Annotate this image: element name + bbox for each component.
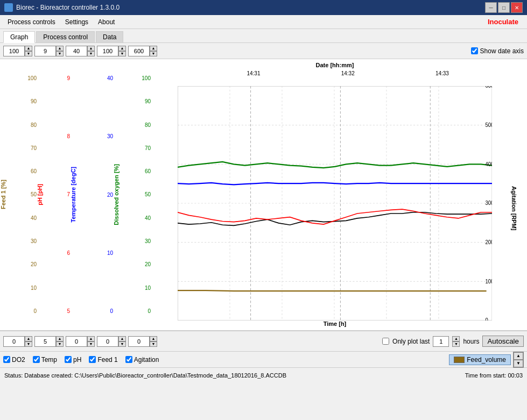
bottom-spinner-3-down[interactable]: ▼ bbox=[87, 341, 95, 347]
date-axis-header: Date [hh:mm] 14:31 14:32 14:33 bbox=[178, 59, 492, 86]
bottom-spinner-1-input[interactable] bbox=[3, 336, 25, 347]
bottom-spinner-2-arrows[interactable]: ▲ ▼ bbox=[56, 336, 64, 347]
bottom-spinner-1-up[interactable]: ▲ bbox=[25, 336, 32, 341]
spinner-5[interactable]: ▲ ▼ bbox=[128, 46, 157, 56]
bottom-spinner-4[interactable]: ▲ ▼ bbox=[97, 336, 126, 347]
show-date-axis-checkbox[interactable] bbox=[471, 47, 478, 54]
spinner-4-arrows[interactable]: ▲ ▼ bbox=[118, 46, 126, 56]
spinner-1-up[interactable]: ▲ bbox=[25, 46, 32, 51]
agitation-checkbox-group: Agitation bbox=[125, 356, 159, 364]
temp-checkbox-group: Temp bbox=[33, 356, 57, 364]
left-y-axes: Feed 1 [%] 1009080706050403020100 pH [pH… bbox=[0, 59, 178, 330]
bottom-spinner-3-arrows[interactable]: ▲ ▼ bbox=[87, 336, 95, 347]
tab-data[interactable]: Data bbox=[96, 31, 123, 42]
ph-checkbox[interactable] bbox=[65, 356, 72, 363]
temp-axis: Temperature [degC] 403020100 bbox=[70, 75, 113, 314]
bottom-spinner-4-input[interactable] bbox=[97, 336, 118, 347]
hours-spinner-down[interactable]: ▼ bbox=[452, 341, 460, 347]
spinner-4[interactable]: ▲ ▼ bbox=[97, 46, 126, 56]
feed-volume-label: Feed_volume bbox=[467, 356, 506, 364]
hours-spinner-arrows[interactable]: ▲ ▼ bbox=[452, 336, 460, 347]
bottom-spinner-2-input[interactable] bbox=[34, 336, 56, 347]
bottom-spinner-5-input[interactable] bbox=[128, 336, 150, 347]
minimize-button[interactable]: ─ bbox=[485, 2, 497, 13]
title-bar-controls[interactable]: ─ □ ✕ bbox=[485, 2, 523, 13]
menu-process-controls[interactable]: Process controls bbox=[3, 17, 60, 27]
hours-spinner-input[interactable] bbox=[433, 336, 449, 347]
svg-text:200: 200 bbox=[485, 239, 492, 245]
bottom-spinner-5-arrows[interactable]: ▲ ▼ bbox=[150, 336, 157, 347]
spinner-2-down[interactable]: ▼ bbox=[56, 51, 64, 56]
bottom-spinner-4-down[interactable]: ▼ bbox=[118, 341, 126, 347]
bottom-spinner-4-up[interactable]: ▲ bbox=[118, 336, 126, 341]
spinner-2-arrows[interactable]: ▲ ▼ bbox=[56, 46, 64, 56]
spinner-4-down[interactable]: ▼ bbox=[118, 51, 126, 56]
spinner-3-arrows[interactable]: ▲ ▼ bbox=[87, 46, 95, 56]
spinner-2[interactable]: ▲ ▼ bbox=[34, 46, 64, 56]
spinner-1-input[interactable] bbox=[3, 46, 25, 56]
close-button[interactable]: ✕ bbox=[511, 2, 523, 13]
date-axis-labels: 14:31 14:32 14:33 bbox=[178, 70, 492, 84]
agitation-checkbox[interactable] bbox=[125, 356, 132, 363]
autoscale-button[interactable]: Autoscale bbox=[482, 336, 524, 347]
temp-ticks: 403020100 bbox=[78, 75, 113, 314]
temp-checkbox[interactable] bbox=[33, 356, 40, 363]
spinner-1-arrows[interactable]: ▲ ▼ bbox=[25, 46, 32, 56]
bottom-spinner-1-down[interactable]: ▼ bbox=[25, 341, 32, 347]
bottom-spinner-1[interactable]: ▲ ▼ bbox=[3, 336, 32, 347]
spinner-5-input[interactable] bbox=[128, 46, 150, 56]
only-plot-last-group: Only plot last ▲ ▼ hours Autoscale bbox=[382, 336, 524, 347]
legend-scroll-up[interactable]: ▲ bbox=[514, 352, 523, 360]
svg-text:500: 500 bbox=[485, 122, 492, 128]
maximize-button[interactable]: □ bbox=[498, 2, 510, 13]
status-left: Status: Database created: C:\Users\Publi… bbox=[4, 372, 286, 379]
feed1-checkbox[interactable] bbox=[89, 356, 96, 363]
spinner-5-up[interactable]: ▲ bbox=[150, 46, 157, 51]
bottom-spinner-3[interactable]: ▲ ▼ bbox=[66, 336, 95, 347]
chart-svg: 600 500 400 300 200 100 0 0,00 0,01 0,02… bbox=[178, 86, 492, 321]
bottom-spinner-3-up[interactable]: ▲ bbox=[87, 336, 95, 341]
bottom-spinner-5-down[interactable]: ▼ bbox=[150, 341, 157, 347]
date-axis-title: Date [hh:mm] bbox=[178, 62, 492, 68]
bottom-spinner-5-up[interactable]: ▲ bbox=[150, 336, 157, 341]
bottom-spinner-2[interactable]: ▲ ▼ bbox=[34, 336, 64, 347]
bottom-spinner-4-arrows[interactable]: ▲ ▼ bbox=[118, 336, 126, 347]
spinner-4-up[interactable]: ▲ bbox=[118, 46, 126, 51]
spinner-2-up[interactable]: ▲ bbox=[56, 46, 64, 51]
bottom-spinner-2-down[interactable]: ▼ bbox=[56, 341, 64, 347]
menu-settings[interactable]: Settings bbox=[61, 17, 93, 27]
agitation-axis-label: Agitation [RPM] bbox=[511, 186, 517, 230]
only-plot-last-checkbox[interactable] bbox=[382, 338, 389, 345]
bottom-spinner-1-arrows[interactable]: ▲ ▼ bbox=[25, 336, 32, 347]
spinner-5-down[interactable]: ▼ bbox=[150, 51, 157, 56]
app-title: Biorec - Bioreactor controller 1.3.0.0 bbox=[16, 4, 120, 11]
feed-volume-legend-item[interactable]: Feed_volume bbox=[449, 354, 511, 365]
spinner-3-up[interactable]: ▲ bbox=[87, 46, 95, 51]
bottom-spinner-2-up[interactable]: ▲ bbox=[56, 336, 64, 341]
spinner-2-input[interactable] bbox=[34, 46, 56, 56]
status-right: Time from start: 00:03 bbox=[465, 372, 523, 379]
legend-scroll-down[interactable]: ▼ bbox=[514, 360, 523, 367]
hours-label: hours bbox=[463, 338, 479, 345]
date-label-1433: 14:33 bbox=[435, 70, 449, 76]
spinner-3-input[interactable] bbox=[66, 46, 87, 56]
spinner-3-down[interactable]: ▼ bbox=[87, 51, 95, 56]
spinner-1-down[interactable]: ▼ bbox=[25, 51, 32, 56]
inoculate-button[interactable]: Inoculate bbox=[482, 17, 524, 27]
spinner-4-input[interactable] bbox=[97, 46, 118, 56]
bottom-spinner-5[interactable]: ▲ ▼ bbox=[128, 336, 157, 347]
menu-about[interactable]: About bbox=[94, 17, 119, 27]
feed1-label: Feed 1 bbox=[97, 356, 117, 364]
tab-process-control[interactable]: Process control bbox=[36, 31, 95, 42]
spinner-3[interactable]: ▲ ▼ bbox=[66, 46, 95, 56]
agitation-ticks bbox=[492, 102, 511, 314]
hours-spinner-up[interactable]: ▲ bbox=[452, 336, 460, 341]
do2-checkbox[interactable] bbox=[3, 356, 10, 363]
do-ticks: 1009080706050403020100 bbox=[121, 75, 151, 314]
spinner-1[interactable]: ▲ ▼ bbox=[3, 46, 32, 56]
title-bar: Biorec - Bioreactor controller 1.3.0.0 ─… bbox=[0, 0, 527, 15]
spinner-5-arrows[interactable]: ▲ ▼ bbox=[150, 46, 157, 56]
tab-graph[interactable]: Graph bbox=[3, 31, 35, 43]
bottom-spinner-3-input[interactable] bbox=[66, 336, 87, 347]
legend-scroll[interactable]: ▲ ▼ bbox=[513, 352, 524, 368]
